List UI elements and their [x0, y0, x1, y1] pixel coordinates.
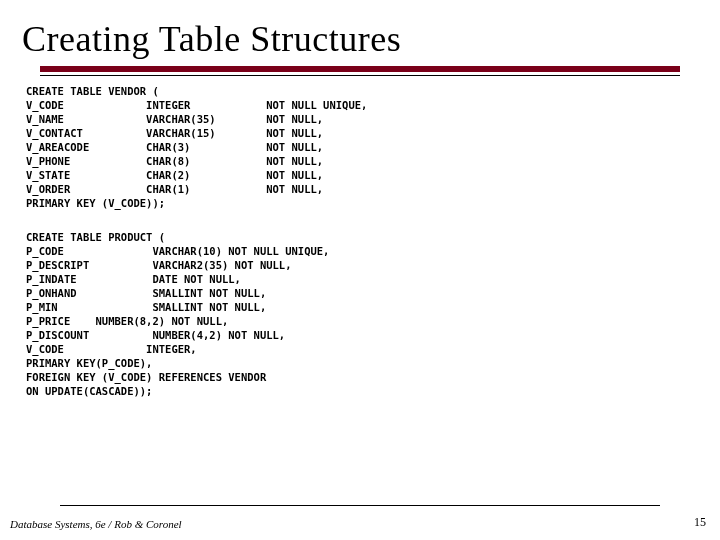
sql-product-block: CREATE TABLE PRODUCT ( P_CODE VARCHAR(10… — [26, 230, 698, 398]
rule-thick — [40, 66, 680, 72]
slide: Creating Table Structures CREATE TABLE V… — [0, 0, 720, 540]
rule-thin — [40, 75, 680, 76]
slide-title: Creating Table Structures — [22, 18, 698, 60]
bottom-rule — [60, 505, 660, 507]
footer-left: Database Systems, 6e / Rob & Coronel — [10, 518, 182, 530]
title-underline — [40, 66, 698, 76]
sql-vendor-block: CREATE TABLE VENDOR ( V_CODE INTEGER NOT… — [26, 84, 698, 210]
page-number: 15 — [694, 515, 706, 530]
